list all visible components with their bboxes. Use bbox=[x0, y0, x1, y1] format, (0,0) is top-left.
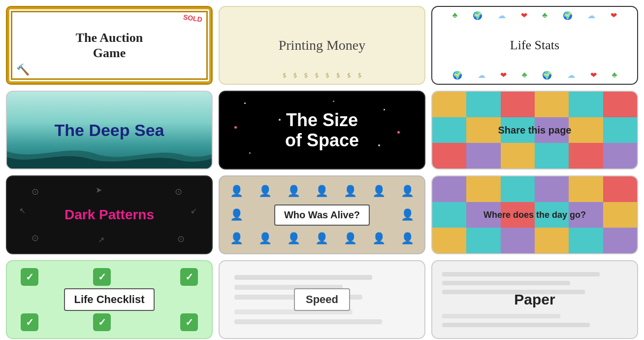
paper-line4 bbox=[442, 323, 590, 327]
alive-title: Who Was Alive? bbox=[274, 204, 370, 226]
darkpatterns-title: Dark Patterns bbox=[64, 207, 154, 223]
speed-bar4 bbox=[234, 319, 382, 324]
check-icon4: ✓ bbox=[21, 313, 38, 331]
color-block bbox=[432, 228, 466, 253]
globe-icon: 🌍 bbox=[473, 11, 483, 20]
color-block bbox=[535, 176, 569, 202]
color-block bbox=[535, 228, 569, 253]
dollar-symbols: $$$$$$$$ bbox=[220, 71, 424, 79]
paper-line1 bbox=[442, 272, 600, 276]
star3 bbox=[384, 109, 385, 110]
card-space[interactable]: The Size of Space bbox=[219, 91, 425, 170]
card-lifestats[interactable]: ♣ 🌍 ☁ ❤ ♣ 🌍 ☁ ❤ Life Stats 🌍 ☁ ❤ ♣ 🌍 ☁ ❤… bbox=[431, 6, 638, 85]
color-block bbox=[569, 176, 603, 202]
card-darkpatterns[interactable]: ⊙ ➤ ⊙ ↖ ↙ ⊙ ↗ ⊙ Dark Patterns bbox=[6, 175, 213, 254]
color-block bbox=[603, 176, 637, 202]
lifestats-title: Life Stats bbox=[510, 38, 559, 53]
card-speed[interactable]: Speed bbox=[219, 260, 425, 339]
globe-icon2: 🌍 bbox=[563, 11, 573, 20]
person-icon: 👤 bbox=[337, 228, 364, 249]
printing-title: Printing Money bbox=[279, 37, 366, 53]
color-block bbox=[603, 228, 637, 253]
color-block bbox=[432, 143, 466, 169]
person-icon: 👤 bbox=[224, 180, 250, 202]
person-icon: 👤 bbox=[366, 180, 392, 202]
card-grid: The Auction Game SOLD 🔨 Printing Money $… bbox=[6, 6, 638, 339]
clover-icon4: ♣ bbox=[612, 70, 617, 80]
clover-icon3: ♣ bbox=[522, 70, 527, 80]
speed-title: Speed bbox=[294, 288, 350, 311]
cursor-icon2: ↖ bbox=[19, 206, 26, 215]
color-block bbox=[501, 143, 535, 169]
person-icon: 👤 bbox=[252, 228, 279, 249]
card-printing[interactable]: Printing Money $$$$$$$$ bbox=[219, 6, 425, 85]
paper-title: Paper bbox=[514, 291, 555, 308]
check-icon5: ✓ bbox=[93, 313, 111, 331]
star6 bbox=[378, 144, 380, 146]
star8 bbox=[234, 126, 237, 129]
card-alive[interactable]: 👤 👤 👤 👤 👤 👤 👤 👤 👤 👤 👤 👤 👤 👤 👤 👤 Who Was … bbox=[219, 175, 425, 254]
eye-icon3: ⊙ bbox=[32, 233, 39, 243]
color-block bbox=[603, 117, 637, 143]
person-icon: 👤 bbox=[394, 228, 420, 249]
color-block bbox=[569, 117, 603, 143]
card-paper[interactable]: Paper bbox=[431, 260, 638, 339]
color-block bbox=[466, 117, 500, 143]
color-block bbox=[535, 92, 569, 117]
star1 bbox=[244, 102, 246, 104]
color-block bbox=[432, 117, 466, 143]
cloud-icon4: ☁ bbox=[567, 70, 575, 80]
eye-icon1: ⊙ bbox=[32, 186, 39, 197]
card-deepsea[interactable]: The Deep Sea bbox=[6, 91, 213, 170]
cloud-icon3: ☁ bbox=[478, 70, 485, 80]
heart-icon4: ❤ bbox=[590, 70, 597, 80]
person-icon: 👤 bbox=[280, 180, 307, 202]
star4 bbox=[397, 131, 400, 134]
heart-icon2: ❤ bbox=[611, 11, 617, 20]
hammer-icon: 🔨 bbox=[16, 64, 30, 76]
color-block bbox=[501, 228, 535, 253]
lifestats-icons-top: ♣ 🌍 ☁ ❤ ♣ 🌍 ☁ ❤ bbox=[432, 11, 637, 20]
color-block bbox=[603, 143, 637, 169]
person-icon: 👤 bbox=[280, 228, 307, 249]
eye-icon2: ⊙ bbox=[175, 186, 182, 197]
person-icon: 👤 bbox=[252, 180, 279, 202]
person-icon: 👤 bbox=[337, 180, 364, 202]
paper-line2 bbox=[442, 281, 570, 285]
color-block bbox=[432, 176, 466, 202]
card-daygo[interactable]: Where does the day go? bbox=[431, 175, 638, 254]
color-block bbox=[535, 143, 569, 169]
share-title: Share this page bbox=[498, 125, 572, 136]
card-auction[interactable]: The Auction Game SOLD 🔨 bbox=[6, 6, 213, 85]
globe-icon4: 🌍 bbox=[542, 70, 552, 80]
heart-icon3: ❤ bbox=[500, 70, 507, 80]
cursor-icon3: ↙ bbox=[191, 206, 197, 215]
person-icon: 👤 bbox=[224, 204, 250, 226]
color-block bbox=[569, 228, 603, 253]
color-block bbox=[432, 202, 466, 228]
person-icon: 👤 bbox=[394, 204, 420, 226]
color-block bbox=[466, 92, 500, 117]
auction-title: The Auction Game bbox=[76, 30, 143, 61]
star7 bbox=[333, 101, 334, 102]
color-block bbox=[603, 202, 637, 228]
cursor-icon1: ➤ bbox=[96, 185, 102, 195]
globe-icon3: 🌍 bbox=[452, 70, 462, 80]
person-icon: 👤 bbox=[366, 228, 392, 249]
cursor-icon4: ↗ bbox=[98, 235, 104, 244]
person-icon: 👤 bbox=[309, 228, 335, 249]
check-icon3: ✓ bbox=[180, 268, 198, 286]
color-block bbox=[501, 92, 535, 117]
card-share[interactable]: Share this page bbox=[431, 91, 638, 170]
card-checklist[interactable]: ✓ ✓ ✓ ✓ ✓ ✓ Life Checklist bbox=[6, 260, 213, 339]
person-icon: 👤 bbox=[309, 180, 335, 202]
heart-icon: ❤ bbox=[521, 11, 527, 20]
cloud-icon: ☁ bbox=[498, 11, 506, 20]
color-block bbox=[432, 92, 466, 117]
speed-bar1 bbox=[234, 275, 372, 280]
eye-icon4: ⊙ bbox=[177, 234, 185, 244]
check-icon2: ✓ bbox=[93, 268, 111, 286]
paper-line3 bbox=[442, 290, 585, 294]
check-icon1: ✓ bbox=[21, 268, 38, 286]
clover-icon: ♣ bbox=[452, 11, 458, 20]
